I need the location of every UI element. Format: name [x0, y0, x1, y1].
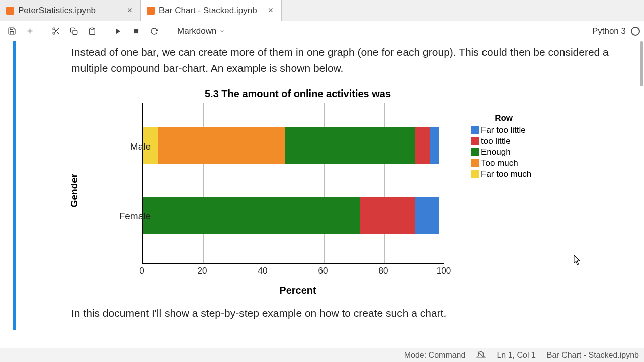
- notebook-toolbar: Markdown Python 3: [0, 21, 644, 41]
- tab-strip: PeterStatistics.ipynb × Bar Chart - Stac…: [0, 0, 644, 21]
- bar-segment: [143, 197, 360, 234]
- legend-item: too little: [471, 136, 531, 146]
- x-tick-label: 20: [198, 266, 207, 276]
- legend-swatch: [471, 159, 479, 167]
- legend-label: too little: [481, 136, 511, 146]
- svg-rect-8: [91, 28, 93, 29]
- cut-button[interactable]: [48, 24, 63, 39]
- plot-area: [142, 103, 444, 264]
- category-label: Male: [91, 141, 151, 152]
- legend: Row Far too littletoo littleEnoughToo mu…: [471, 113, 531, 180]
- copy-button[interactable]: [66, 24, 82, 39]
- legend-item: Too much: [471, 158, 531, 168]
- add-cell-button[interactable]: [22, 24, 37, 39]
- restart-button[interactable]: [147, 24, 162, 39]
- close-icon[interactable]: ×: [266, 5, 275, 16]
- svg-rect-10: [134, 29, 138, 33]
- bar-segment: [285, 127, 415, 164]
- legend-swatch: [471, 148, 479, 156]
- legend-swatch: [471, 126, 479, 134]
- x-tick-label: 60: [318, 266, 328, 276]
- legend-label: Far too much: [481, 169, 531, 179]
- kernel-status-icon[interactable]: [631, 27, 640, 36]
- run-button[interactable]: [111, 24, 126, 39]
- legend-label: Far too little: [481, 125, 526, 135]
- tab-bar-chart-stacked[interactable]: Bar Chart - Stacked.ipynb ×: [141, 0, 282, 21]
- legend-item: Far too much: [471, 169, 531, 179]
- x-tick-label: 80: [379, 266, 388, 276]
- legend-item: Far too little: [471, 125, 531, 135]
- legend-label: Too much: [481, 158, 518, 168]
- legend-item: Enough: [471, 147, 531, 157]
- cell-type-select[interactable]: Markdown: [173, 24, 229, 38]
- y-axis-label: Gender: [69, 174, 80, 208]
- status-bar: Mode: Command Ln 1, Col 1 Bar Chart - St…: [0, 348, 644, 362]
- svg-line-6: [54, 30, 56, 31]
- svg-point-3: [53, 32, 55, 34]
- chart-title: 5.3 The amount of online activities was: [157, 88, 439, 100]
- bar-segment: [415, 127, 430, 164]
- bar-segment: [415, 197, 439, 234]
- svg-marker-9: [116, 28, 120, 34]
- tab-label: Bar Chart - Stacked.ipynb: [159, 6, 257, 16]
- bar-row: [143, 197, 439, 234]
- legend-swatch: [471, 137, 479, 145]
- x-axis-label: Percent: [157, 285, 439, 296]
- notebook-area: Instead of one bar, we can create more o…: [0, 41, 644, 348]
- cell-type-label: Markdown: [177, 26, 216, 36]
- chart: 5.3 The amount of online activities was …: [71, 85, 459, 296]
- markdown-paragraph: In this document I'll show a step-by-ste…: [71, 305, 629, 321]
- notifications-icon[interactable]: [476, 351, 486, 360]
- x-tick-label: 40: [258, 266, 268, 276]
- kernel-name[interactable]: Python 3: [592, 26, 626, 36]
- gridline: [445, 103, 445, 263]
- save-button[interactable]: [4, 24, 19, 39]
- tab-peterstatistics[interactable]: PeterStatistics.ipynb ×: [0, 0, 141, 21]
- markdown-paragraph: Instead of one bar, we can create more o…: [71, 44, 629, 76]
- status-mode: Mode: Command: [404, 351, 466, 360]
- tab-label: PeterStatistics.ipynb: [18, 6, 96, 16]
- legend-swatch: [471, 170, 479, 178]
- stop-button[interactable]: [129, 24, 144, 39]
- svg-point-2: [53, 28, 55, 30]
- svg-line-5: [57, 32, 59, 34]
- category-label: Female: [91, 211, 151, 222]
- status-file: Bar Chart - Stacked.ipynb: [547, 351, 639, 360]
- status-linecol: Ln 1, Col 1: [497, 351, 535, 360]
- x-tick-label: 100: [437, 266, 451, 276]
- chart-output: 5.3 The amount of online activities was …: [71, 85, 629, 296]
- svg-rect-7: [73, 30, 77, 35]
- notebook-icon: [6, 7, 14, 15]
- markdown-cell[interactable]: Instead of one bar, we can create more o…: [13, 41, 644, 330]
- paste-button[interactable]: [85, 24, 100, 39]
- bar-segment: [360, 197, 415, 234]
- scrollbar-thumb[interactable]: [640, 41, 643, 86]
- bar-segment: [158, 127, 285, 164]
- chevron-down-icon: [219, 28, 225, 34]
- x-tick-label: 0: [139, 266, 144, 276]
- notebook-icon: [147, 7, 155, 15]
- legend-title: Row: [471, 113, 531, 123]
- bar-row: [143, 127, 439, 164]
- legend-label: Enough: [481, 147, 511, 157]
- bar-segment: [430, 127, 439, 164]
- close-icon[interactable]: ×: [125, 5, 134, 16]
